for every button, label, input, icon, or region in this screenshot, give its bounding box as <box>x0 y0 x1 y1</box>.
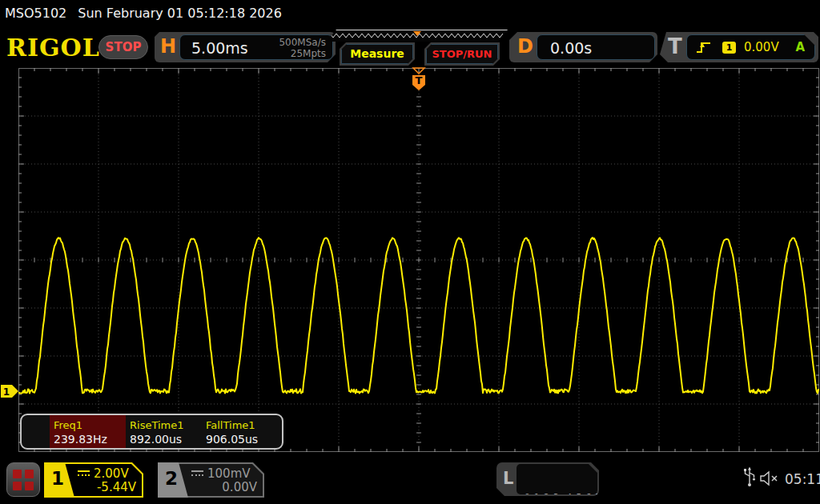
channel1-offset: -5.44V <box>97 480 136 494</box>
dc-coupling-icon <box>78 470 90 478</box>
trigger-source-badge: 1 <box>722 42 736 54</box>
trigger-label: T <box>668 34 682 58</box>
measurement-value: 239.83Hz <box>54 432 126 446</box>
overview-position-marker-icon <box>413 31 421 36</box>
delay-settings-box[interactable]: D 0.00s <box>509 32 657 62</box>
measurement-label: Freq1 <box>54 418 126 432</box>
measurement-label: RiseTime1 <box>130 418 202 432</box>
logic-channels-row1: 0 1 2 3 4 5 6 7 <box>525 491 621 503</box>
measurement-item-freq[interactable]: Freq1 239.83Hz <box>50 415 126 448</box>
rigol-logo: RIGOL <box>6 34 100 62</box>
measurement-panel[interactable]: Freq1 239.83Hz RiseTime1 892.00us FallTi… <box>20 414 283 450</box>
acquisition-status-badge[interactable]: STOP <box>98 35 148 59</box>
stop-run-button[interactable]: STOP/RUN <box>426 44 498 64</box>
horizontal-settings-box[interactable]: H 5.00ms 500MSa/s 25Mpts <box>155 32 336 62</box>
measurement-label: FallTime1 <box>206 418 278 432</box>
system-datetime: Sun February 01 05:12:18 2026 <box>78 6 282 21</box>
model-name: MSO5102 <box>5 6 66 21</box>
trigger-marker-letter: T <box>416 74 423 86</box>
channel1-position-marker[interactable]: 1 <box>1 384 19 398</box>
waveform-overview-strip[interactable] <box>327 30 508 42</box>
channel1-marker-number: 1 <box>3 386 10 398</box>
timebase-value: 5.00ms <box>191 39 248 57</box>
usb-icon <box>743 466 756 488</box>
measurement-item-risetime[interactable]: RiseTime1 892.00us <box>126 415 202 448</box>
measurement-value: 906.05us <box>206 432 278 446</box>
channel1-badge[interactable]: 1 2.00V -5.44V <box>44 462 143 498</box>
channel2-badge[interactable]: 2 100mV 0.00V <box>158 462 264 498</box>
stoprun-button-frame: STOP/RUN <box>424 42 500 66</box>
dc-coupling-icon <box>191 470 203 478</box>
channel1-scale: 2.00V <box>94 466 129 481</box>
delay-label: D <box>517 35 533 58</box>
logic-label: L <box>503 469 513 488</box>
grid-menu-icon[interactable] <box>6 462 40 497</box>
waveform-display-area[interactable] <box>18 68 819 452</box>
trigger-sweep-mode: A <box>795 40 805 54</box>
sample-rate: 500MSa/s <box>279 37 326 48</box>
measure-button-frame: Measure <box>340 42 415 66</box>
trigger-slope-icon <box>695 40 713 54</box>
logic-channels-badge[interactable]: L 0 1 2 3 4 5 6 7 8 9 1011 12131415 <box>496 462 599 496</box>
measurement-item-falltime[interactable]: FallTime1 906.05us <box>202 415 278 448</box>
speaker-muted-icon <box>759 470 780 486</box>
horizontal-label: H <box>160 35 176 58</box>
trigger-level-value: 0.00V <box>744 40 779 54</box>
trigger-position-marker[interactable]: T <box>410 67 428 93</box>
horizontal-values: 5.00ms 500MSa/s 25Mpts <box>179 34 333 60</box>
clock-time: 05:11 <box>785 471 820 487</box>
delay-values: 0.00s <box>537 34 655 60</box>
measure-button[interactable]: Measure <box>341 44 413 64</box>
channel2-offset: 0.00V <box>222 480 257 494</box>
trigger-values: 1 0.00V A <box>686 34 815 60</box>
delay-value: 0.00s <box>550 39 592 57</box>
memory-depth: 25Mpts <box>279 48 326 59</box>
measurement-value: 892.00us <box>130 432 202 446</box>
trigger-settings-box[interactable]: T 1 0.00V A <box>660 32 818 62</box>
channel2-scale: 100mV <box>207 466 251 481</box>
titlebar: MSO5102Sun February 01 05:12:18 2026 <box>5 6 282 21</box>
